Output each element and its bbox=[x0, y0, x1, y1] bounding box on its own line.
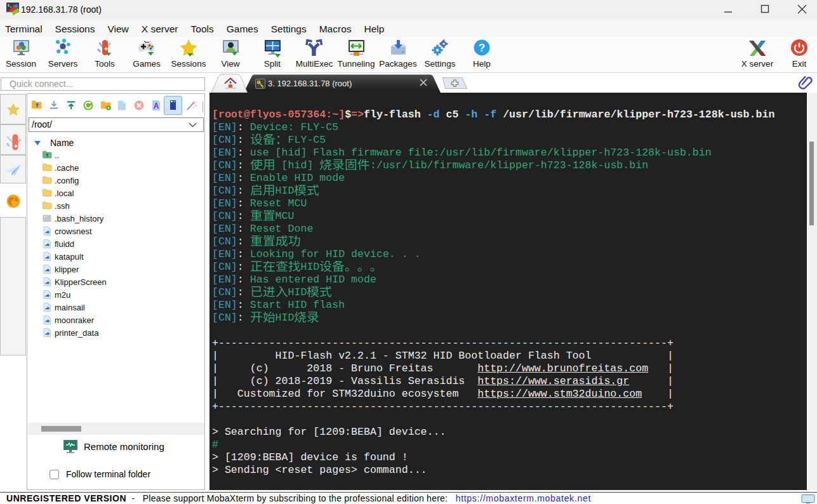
svg-text:A: A bbox=[154, 102, 159, 110]
svg-text:?: ? bbox=[479, 42, 485, 54]
